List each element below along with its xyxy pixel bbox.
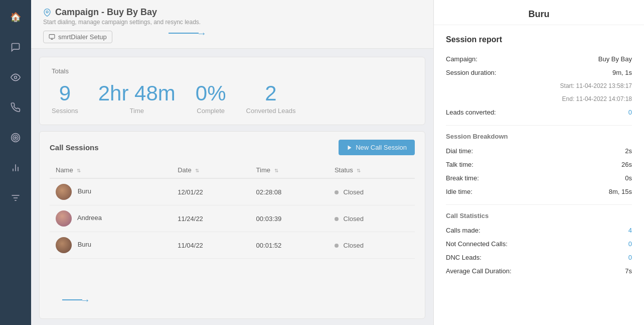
cell-status: Closed (329, 178, 415, 205)
session-duration-value: 9m, 1s (612, 69, 632, 76)
break-time-label: Break time: (446, 174, 479, 182)
table-row[interactable]: Andreea 11/24/22 00:03:39 Closed (50, 205, 415, 232)
idle-time-value: 8m, 15s (609, 188, 632, 195)
cell-date: 11/24/22 (172, 205, 250, 232)
status-dot (335, 244, 339, 248)
dnc-leads-row: DNC Leads: 0 (446, 251, 632, 264)
panel-body: Session report Campaign: Buy By Bay Sess… (434, 25, 644, 288)
chat-icon[interactable] (7, 38, 25, 56)
complete-total: 0% Complete (196, 83, 226, 115)
converted-total: 2 Converted Leads (246, 83, 296, 115)
totals-label: Totals (52, 67, 413, 75)
totals-section: Totals 9 Sessions 2hr 48m Time 0% Comple… (39, 57, 425, 125)
campaign-value: Buy By Bay (598, 55, 632, 63)
complete-value: 0% (196, 83, 226, 104)
start-row: Start: 11-04-2022 13:58:17 (446, 79, 632, 92)
arrow-left-indicator: → (62, 295, 90, 305)
new-session-button[interactable]: New Call Session (339, 140, 415, 155)
svg-point-2 (13, 135, 18, 140)
chart-icon[interactable] (7, 159, 25, 177)
time-label: Time (98, 107, 176, 115)
session-duration-row: Session duration: 9m, 1s (446, 66, 632, 79)
leads-converted-label: Leads converted: (446, 109, 496, 116)
svg-rect-11 (49, 35, 55, 39)
target-icon[interactable] (7, 129, 25, 147)
cell-time: 02:28:08 (250, 178, 329, 205)
idle-time-row: Idle time: 8m, 15s (446, 185, 632, 198)
smrt-dialer-tab[interactable]: smrtDialer Setup (43, 31, 112, 43)
sort-icon-name[interactable]: ⇅ (77, 168, 81, 173)
cell-status: Closed (329, 232, 415, 259)
table-row[interactable]: Buru 12/01/22 02:28:08 Closed (50, 178, 415, 205)
avatar (56, 184, 72, 200)
avatar (56, 237, 72, 253)
totals-grid: 9 Sessions 2hr 48m Time 0% Complete 2 Co… (52, 83, 413, 115)
campaign-subtitle: Start dialing, manage campaign settings,… (43, 19, 421, 26)
session-report-title: Session report (446, 35, 632, 44)
dialer-tab-label: smrtDialer Setup (58, 33, 107, 41)
converted-label: Converted Leads (246, 107, 296, 115)
agent-name: Buru (78, 241, 91, 248)
sessions-value: 9 (52, 83, 78, 104)
complete-label: Complete (196, 107, 226, 115)
not-connected-row: Not Connected Calls: 0 (446, 237, 632, 251)
leads-converted-row: Leads converted: 0 (446, 105, 632, 119)
agent-name: Buru (78, 187, 91, 195)
sessions-table: Name ⇅ Date ⇅ Time ⇅ Status ⇅ Buru 12/01… (50, 162, 415, 259)
talk-time-label: Talk time: (446, 161, 473, 168)
home-icon[interactable]: 🏠 (7, 8, 25, 26)
start-time-value: Start: 11-04-2022 13:58:17 (560, 82, 632, 89)
talk-time-row: Talk time: 26s (446, 158, 632, 171)
table-header: Name ⇅ Date ⇅ Time ⇅ Status ⇅ (50, 162, 415, 178)
time-value: 2hr 48m (98, 83, 176, 104)
avatar (56, 210, 72, 227)
campaign-label: Campaign: (446, 55, 477, 63)
sort-icon-time[interactable]: ⇅ (274, 168, 278, 173)
leads-converted-value: 0 (628, 109, 632, 116)
break-time-row: Break time: 0s (446, 171, 632, 185)
status-dot (335, 217, 339, 221)
idle-time-label: Idle time: (446, 188, 472, 195)
col-date: Date ⇅ (172, 162, 250, 178)
session-breakdown-label: Session Breakdown (446, 133, 632, 140)
call-statistics-label: Call Statistics (446, 212, 632, 220)
col-status: Status ⇅ (329, 162, 415, 178)
avg-duration-label: Average Call Duration: (446, 267, 512, 275)
arrow-top-indicator: → (169, 28, 207, 38)
cell-time: 00:03:39 (250, 205, 329, 232)
filter-icon[interactable] (7, 189, 25, 207)
table-row[interactable]: Buru 11/04/22 00:01:52 Closed (50, 232, 415, 259)
svg-point-3 (15, 137, 16, 138)
converted-value: 2 (246, 83, 296, 104)
sidebar: 🏠 (0, 0, 31, 325)
sessions-total: 9 Sessions (52, 83, 78, 115)
calls-made-row: Calls made: 4 (446, 224, 632, 237)
status-dot (335, 190, 339, 194)
sessions-label: Sessions (52, 107, 78, 115)
panel-title: Buru (434, 0, 644, 25)
avg-duration-value: 7s (625, 267, 632, 275)
page-header: Campaign - Buy By Bay Start dialing, man… (31, 0, 433, 49)
sort-icon-status[interactable]: ⇅ (357, 168, 361, 173)
phone-icon[interactable] (7, 98, 25, 117)
end-time-value: End: 11-04-2022 14:07:18 (562, 95, 632, 102)
cell-date: 12/01/22 (172, 178, 250, 205)
play-icon (347, 145, 353, 151)
calls-made-value: 4 (628, 227, 632, 234)
dial-time-row: Dial time: 2s (446, 144, 632, 158)
location-icon (43, 9, 51, 17)
main-content: Campaign - Buy By Bay Start dialing, man… (31, 0, 433, 325)
agent-name: Andreea (77, 214, 102, 222)
eye-icon[interactable] (7, 68, 25, 86)
col-name: Name ⇅ (50, 162, 172, 178)
cell-date: 11/04/22 (172, 232, 250, 259)
dial-time-value: 2s (625, 147, 632, 155)
table-body: Buru 12/01/22 02:28:08 Closed Andreea 11… (50, 178, 415, 259)
dialer-icon (49, 34, 55, 40)
sort-icon-date[interactable]: ⇅ (195, 168, 199, 173)
col-time: Time ⇅ (250, 162, 329, 178)
dnc-leads-label: DNC Leads: (446, 254, 481, 261)
header-tabs: smrtDialer Setup (43, 31, 421, 43)
time-total: 2hr 48m Time (98, 83, 176, 115)
svg-point-1 (12, 134, 20, 142)
